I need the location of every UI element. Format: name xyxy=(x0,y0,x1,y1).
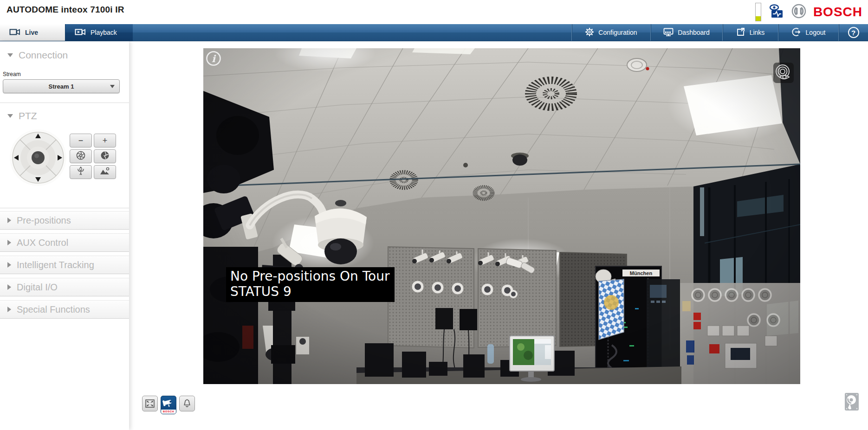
playback-icon xyxy=(75,28,86,38)
alarm-bell-button[interactable] xyxy=(179,396,195,411)
tab-playback[interactable]: Playback xyxy=(65,24,133,41)
bosch-wordmark: BOSCH xyxy=(813,5,862,19)
storage-level-indicator xyxy=(755,3,761,21)
svg-text:i: i xyxy=(212,53,216,64)
bosch-mini-label: BOSCH xyxy=(161,410,176,414)
fullscreen-icon xyxy=(145,399,155,408)
live-video-frame[interactable]: München xyxy=(203,48,800,384)
video-toolbar: BOSCH xyxy=(142,396,195,414)
help-button[interactable]: ? xyxy=(838,24,868,41)
gear-icon xyxy=(585,27,594,38)
stream-label: Stream xyxy=(3,71,129,77)
hdd-status-icon xyxy=(844,392,860,413)
logout-icon xyxy=(791,27,802,39)
iris-close-icon xyxy=(76,150,86,163)
focus-near-tulip-icon xyxy=(76,166,86,179)
dashboard-monitor-icon xyxy=(663,28,674,38)
osd-line-1: No Pre-positions On Tour xyxy=(230,269,389,284)
chevron-down-icon xyxy=(7,114,13,118)
plus-icon: + xyxy=(103,136,108,146)
help-icon: ? xyxy=(848,27,859,38)
info-icon[interactable]: i xyxy=(206,51,221,66)
sidebar: Connection Stream Stream 1 PTZ xyxy=(0,41,129,430)
video-health-icon xyxy=(768,3,784,21)
ptz-buttons: − + xyxy=(70,134,116,179)
nav-item-configuration[interactable]: Configuration xyxy=(571,24,650,41)
chevron-right-icon xyxy=(7,284,11,290)
tab-live-label: Live xyxy=(25,29,38,36)
device-title: AUTODOME inteox 7100i IR xyxy=(6,5,124,15)
nav-links-label: Links xyxy=(750,29,765,36)
app-header: AUTODOME inteox 7100i IR BOSCH xyxy=(0,0,868,24)
sidebar-item-intelligent-tracking[interactable]: Intelligent Tracking xyxy=(0,256,129,274)
cctv-camera-icon xyxy=(162,398,175,408)
zoom-in-button[interactable]: + xyxy=(94,134,116,148)
iris-open-button[interactable] xyxy=(94,149,116,163)
nav-logout-label: Logout xyxy=(806,29,826,36)
nav-item-dashboard[interactable]: Dashboard xyxy=(650,24,722,41)
sidebar-item-digital-io[interactable]: Digital I/O xyxy=(0,278,129,296)
chevron-right-icon xyxy=(7,218,11,223)
chevron-down-icon xyxy=(7,53,13,57)
tab-playback-label: Playback xyxy=(91,29,117,36)
section-ptz-header[interactable]: PTZ xyxy=(0,106,129,126)
connection-label: Connection xyxy=(19,50,68,61)
iris-open-icon xyxy=(100,150,110,163)
divider xyxy=(0,103,129,103)
sidebar-item-aux-control[interactable]: AUX Control xyxy=(0,233,129,252)
video-security-app-button[interactable]: BOSCH xyxy=(161,396,176,414)
osd-line-2: STATUS 9 xyxy=(230,284,389,299)
nav-configuration-label: Configuration xyxy=(598,29,637,36)
fullscreen-button[interactable] xyxy=(142,396,158,411)
section-label: Digital I/O xyxy=(17,282,58,293)
chevron-right-icon xyxy=(7,307,11,312)
stream-selected-value: Stream 1 xyxy=(49,83,74,90)
chevron-right-icon xyxy=(7,240,11,245)
video-osd-status: No Pre-positions On Tour STATUS 9 xyxy=(226,267,395,302)
zoom-out-button[interactable]: − xyxy=(70,134,92,148)
external-link-icon xyxy=(736,27,745,38)
nav-dashboard-label: Dashboard xyxy=(678,29,710,36)
dropdown-arrow-icon xyxy=(110,85,115,88)
ptz-control-panel: − + xyxy=(0,126,129,205)
nav-item-logout[interactable]: Logout xyxy=(778,24,838,41)
section-label: AUX Control xyxy=(17,237,68,248)
iris-close-button[interactable] xyxy=(70,149,92,163)
section-connection-header[interactable]: Connection xyxy=(0,45,129,65)
stream-select[interactable]: Stream 1 xyxy=(3,79,120,93)
header-status-icons: BOSCH xyxy=(755,1,862,23)
focus-far-icon xyxy=(99,166,110,179)
ptz-label: PTZ xyxy=(19,110,37,122)
sidebar-item-pre-positions[interactable]: Pre-positions xyxy=(0,211,129,230)
section-label: Intelligent Tracking xyxy=(17,260,94,270)
nav-item-links[interactable]: Links xyxy=(722,24,778,41)
section-label: Pre-positions xyxy=(17,215,71,226)
section-label: Special Functions xyxy=(17,304,90,315)
tab-live[interactable]: Live xyxy=(0,24,65,41)
chevron-right-icon xyxy=(7,262,11,268)
live-camera-icon xyxy=(9,28,20,38)
intelligent-tracking-icon xyxy=(773,63,794,83)
divider xyxy=(0,208,129,208)
focus-far-landscape-icon-button[interactable] xyxy=(94,165,116,179)
focus-near-button[interactable] xyxy=(70,165,92,179)
ptz-joystick[interactable] xyxy=(8,128,68,189)
live-video-scene: München xyxy=(203,48,800,384)
bell-icon xyxy=(183,399,191,408)
navbar-spacer xyxy=(133,24,571,41)
minus-icon: − xyxy=(78,136,84,146)
sidebar-item-special-functions[interactable]: Special Functions xyxy=(0,300,129,319)
bosch-emblem-icon xyxy=(791,3,807,21)
main-navbar: Live Playback Configu xyxy=(0,24,868,41)
